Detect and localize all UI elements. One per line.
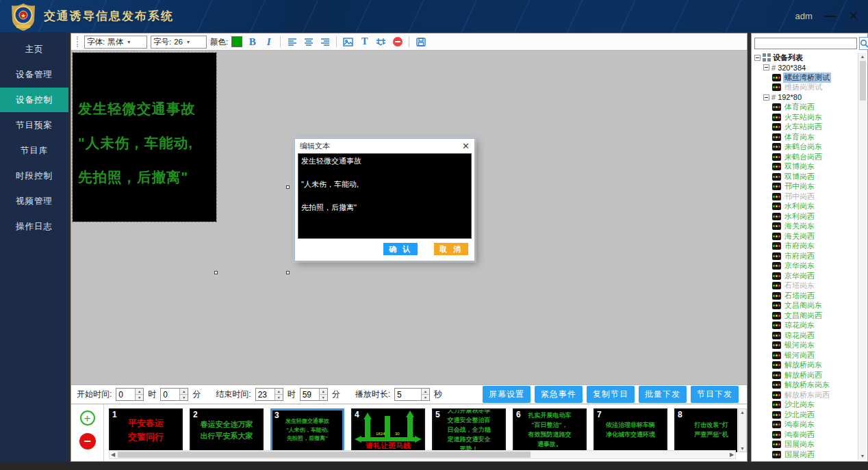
dialog-textarea[interactable]: 发生轻微交通事故 "人未伤，车能动, 先拍照，后撤离" [298,153,472,239]
tree-device-解放桥东岗西[interactable]: 解放桥东岗西 [753,390,857,400]
align-left-icon[interactable] [285,36,298,49]
tree-device-石塔岗西[interactable]: 石塔岗西 [753,291,857,301]
tree-device-银河岗东[interactable]: 银河岗东 [753,341,857,351]
led-preview-text[interactable]: 发生轻微交通事故"人未伤，车能动,先拍照，后撤离" [73,53,216,222]
start-minute-input[interactable] [161,389,179,400]
action-button-3[interactable]: 批量下发 [639,386,687,403]
tree-device-螺丝湾桥测试[interactable]: 螺丝湾桥测试 [753,73,857,83]
playlist-horizontal-scrollbar[interactable]: ◀ ▶ [109,450,736,459]
tree-device-国展岗东[interactable]: 国展岗东 [753,440,857,450]
playlist-thumb-7[interactable]: 7依法治理非标车辆净化城市交通环境 [593,408,667,452]
tree-group-192*80[interactable]: #192*80 [753,92,857,103]
tree-device-琼花岗东[interactable]: 琼花岗东 [753,321,857,331]
action-button-2[interactable]: 复制节目 [587,386,635,403]
tree-group-320*384[interactable]: #320*384 [753,63,857,73]
tree-device-国展岗西[interactable]: 国展岗西 [753,449,857,460]
playlist-thumb-5[interactable]: 5大力开展秋冬季交通安全整治百日会战，全力稳定道路交通安全形势！ [432,408,506,452]
tree-device-火车站岗东[interactable]: 火车站岗东 [753,112,857,122]
collapse-icon[interactable] [763,94,769,101]
resize-handle-corner[interactable] [286,271,290,274]
sidebar-item-7[interactable]: 操作日志 [0,214,68,239]
playlist-thumb-8[interactable]: 8打击改装"灯严查严惩"机 [674,408,737,452]
add-program-button[interactable]: + [80,410,95,426]
tree-device-解放桥东岗东[interactable]: 解放桥东岗东 [753,380,857,391]
dialog-close-icon[interactable]: ✕ [462,142,470,151]
spinner-arrows[interactable]: ▲▼ [135,389,143,400]
tree-device-市府岗西[interactable]: 市府岗西 [753,251,857,261]
tree-device-文昌阁岗西[interactable]: 文昌阁岗西 [753,311,857,321]
search-button[interactable] [859,37,868,50]
insert-image-icon[interactable] [342,36,355,49]
tree-device-鸿泰岗东[interactable]: 鸿泰岗东 [753,420,857,430]
font-size-select[interactable]: 字号: 26 ▾ [151,36,207,49]
tree-device-琼花岗西[interactable]: 琼花岗西 [753,330,857,341]
duration-input[interactable] [395,389,421,400]
tree-device-邗中岗东[interactable]: 邗中岗东 [753,182,857,192]
minimize-icon[interactable]: — [825,10,837,22]
spinner-arrows[interactable]: ▲▼ [179,389,188,400]
align-center-icon[interactable] [302,36,315,49]
confirm-button[interactable]: 确 认 [383,243,418,255]
action-button-1[interactable]: 紧急事件 [535,386,583,403]
start-minute-stepper[interactable]: ▲▼ [160,388,188,401]
end-minute-stepper[interactable]: ▲▼ [300,388,328,401]
tree-device-来鹤台岗西[interactable]: 来鹤台岗西 [753,152,857,162]
tree-device-邗中岗西[interactable]: 邗中岗西 [753,192,857,202]
tree-device-水利岗东[interactable]: 水利岗东 [753,202,857,212]
dialog-titlebar[interactable]: 编辑文本 ✕ [295,139,474,153]
search-input[interactable] [754,38,857,49]
spinner-arrows[interactable]: ▲▼ [421,389,429,400]
duration-stepper[interactable]: ▲▼ [394,388,430,401]
end-hour-stepper[interactable]: ▲▼ [255,388,283,401]
playlist-thumb-2[interactable]: 2春运安全连万家出行平安系大家 [190,408,264,452]
spinner-arrows[interactable]: ▲▼ [319,389,327,400]
tree-device-海关岗西[interactable]: 海关岗西 [753,231,857,241]
tree-device-解放桥岗西[interactable]: 解放桥岗西 [753,370,857,380]
end-minute-input[interactable] [301,389,319,400]
tree-device-火车站岗西[interactable]: 火车站岗西 [753,122,857,133]
close-icon[interactable]: ✕ [849,10,858,22]
sidebar-item-6[interactable]: 视频管理 [0,189,68,213]
tree-device-双博岗东[interactable]: 双博岗东 [753,162,857,172]
insert-text-icon[interactable]: T [358,36,371,49]
tree-device-京华岗西[interactable]: 京华岗西 [753,271,857,281]
tree-device-解放桥岗东[interactable]: 解放桥岗东 [753,361,857,371]
tree-device-来鹤台岗东[interactable]: 来鹤台岗东 [753,142,857,153]
font-family-select[interactable]: 字体: 黑体 ▾ [84,36,147,49]
tree-root[interactable]: 设备列表 [753,53,857,63]
action-button-0[interactable]: 屏幕设置 [483,386,531,403]
tree-device-双博岗西[interactable]: 双博岗西 [753,172,857,182]
tree-device-沙北岗西[interactable]: 沙北岗西 [753,410,857,420]
collapse-icon[interactable] [754,55,761,61]
align-right-icon[interactable] [318,36,331,49]
sidebar-item-3[interactable]: 节目预案 [0,113,68,138]
tree-device-石塔岗东[interactable]: 石塔岗东 [753,281,857,291]
resize-handle-right[interactable] [286,185,290,189]
tree-device-水利岗西[interactable]: 水利岗西 [753,211,857,222]
italic-button[interactable]: I [262,36,275,49]
tree-device-体育岗西[interactable]: 体育岗西 [753,103,857,113]
spinner-arrows[interactable]: ▲▼ [275,389,283,400]
tree-device-京华岗东[interactable]: 京华岗东 [753,261,857,272]
sidebar-item-0[interactable]: 主页 [0,37,68,62]
tree-device-鸿泰岗西[interactable]: 鸿泰岗西 [753,430,857,440]
tree-device-文昌阁岗东[interactable]: 文昌阁岗东 [753,301,857,311]
color-swatch[interactable] [231,36,242,47]
tree-device-海关岗东[interactable]: 海关岗东 [753,222,857,232]
resize-handle-bottom[interactable] [214,271,218,274]
collapse-icon[interactable] [763,64,769,70]
end-hour-input[interactable] [256,389,275,400]
start-hour-stepper[interactable]: ▲▼ [116,388,144,401]
scroll-right-icon[interactable]: ▶ [728,452,735,458]
playlist-thumb-6[interactable]: 6扎实开展电动车"百日整治"，有效预防道路交通事故。 [513,408,587,452]
start-hour-input[interactable] [116,389,135,400]
stop-icon[interactable] [391,36,404,49]
scrollbar-thumb[interactable] [118,452,531,458]
sidebar-item-4[interactable]: 节目库 [0,138,68,163]
tree-device-沙北岗东[interactable]: 沙北岗东 [753,400,857,410]
tree-device-体育岗东[interactable]: 体育岗东 [753,132,857,142]
save-icon[interactable] [414,36,427,49]
action-button-4[interactable]: 节目下发 [691,386,739,403]
playlist-thumb-3[interactable]: 3发生轻微交通事故"人未伤，车能动,先拍照，后撤离" [270,408,344,452]
playlist-thumb-1[interactable]: 1平安春运交警同行 [109,408,183,452]
